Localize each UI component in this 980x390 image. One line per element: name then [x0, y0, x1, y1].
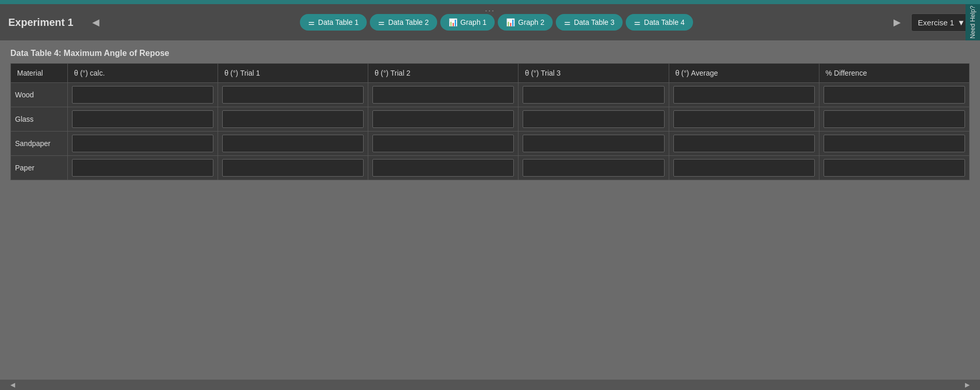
data-input[interactable] [523, 86, 664, 104]
col-header: % Difference [819, 64, 969, 83]
tab-data-table-4[interactable]: ⚌Data Table 4 [626, 14, 693, 31]
tabs-left-arrow[interactable]: ◀ [88, 15, 104, 30]
data-input[interactable] [824, 159, 965, 177]
data-input[interactable] [673, 159, 815, 177]
graph-icon: 📊 [506, 18, 515, 26]
data-cell[interactable] [518, 107, 669, 132]
col-header: θ (°) Average [669, 64, 819, 83]
data-cell[interactable] [368, 107, 518, 132]
data-cell[interactable] [68, 107, 218, 132]
data-cell[interactable] [68, 83, 218, 107]
data-cell[interactable] [218, 107, 368, 132]
data-input[interactable] [72, 159, 213, 177]
data-cell[interactable] [68, 132, 218, 156]
tab-data-table-2[interactable]: ⚌Data Table 2 [370, 14, 437, 31]
data-input[interactable] [824, 86, 965, 104]
tabs-right-arrow[interactable]: ▶ [889, 15, 905, 30]
scroll-right-arrow[interactable]: ▶ [965, 381, 970, 388]
table-icon: ⚌ [308, 18, 315, 26]
data-input[interactable] [673, 110, 815, 128]
data-cell[interactable] [368, 83, 518, 107]
data-cell[interactable] [368, 132, 518, 156]
data-input[interactable] [824, 135, 965, 152]
data-input[interactable] [372, 110, 514, 128]
data-cell[interactable] [368, 156, 518, 180]
data-input[interactable] [222, 159, 364, 177]
material-cell: Sandpaper [11, 132, 68, 156]
table-row: Paper [11, 156, 970, 180]
tab-label-data-table-1: Data Table 1 [318, 18, 358, 26]
tab-graph-2[interactable]: 📊Graph 2 [498, 14, 553, 31]
table-title: Data Table 4: Maximum Angle of Repose [10, 49, 970, 58]
material-cell: Paper [11, 156, 68, 180]
exercise-dropdown-arrow: ▼ [957, 18, 965, 27]
table-icon: ⚌ [564, 18, 571, 26]
table-icon: ⚌ [378, 18, 385, 26]
col-header: θ (°) Trial 1 [218, 64, 368, 83]
data-cell[interactable] [819, 83, 969, 107]
tab-label-data-table-3: Data Table 3 [574, 18, 614, 26]
main-content: Data Table 4: Maximum Angle of Repose Ma… [0, 40, 980, 189]
dots-indicator: ··· [485, 6, 495, 16]
data-input[interactable] [222, 86, 364, 104]
data-input[interactable] [523, 159, 664, 177]
table-body: WoodGlassSandpaperPaper [11, 83, 970, 180]
data-cell[interactable] [669, 107, 819, 132]
data-input[interactable] [523, 135, 664, 152]
col-header: Material [11, 64, 68, 83]
data-cell[interactable] [669, 132, 819, 156]
table-row: Wood [11, 83, 970, 107]
header: ··· Experiment 1 ◀ ⚌Data Table 1⚌Data Ta… [0, 4, 980, 40]
material-cell: Wood [11, 83, 68, 107]
tab-label-data-table-2: Data Table 2 [388, 18, 428, 26]
table-row: Sandpaper [11, 132, 970, 156]
data-cell[interactable] [218, 83, 368, 107]
table-header: Materialθ (°) calc.θ (°) Trial 1θ (°) Tr… [11, 64, 970, 83]
data-cell[interactable] [669, 156, 819, 180]
data-input[interactable] [72, 135, 213, 152]
data-input[interactable] [523, 110, 664, 128]
material-cell: Glass [11, 107, 68, 132]
data-input[interactable] [72, 110, 213, 128]
data-input[interactable] [372, 135, 514, 152]
data-input[interactable] [372, 86, 514, 104]
data-cell[interactable] [819, 107, 969, 132]
data-input[interactable] [222, 110, 364, 128]
table-icon: ⚌ [634, 18, 641, 26]
data-cell[interactable] [669, 83, 819, 107]
col-header: θ (°) Trial 3 [518, 64, 669, 83]
col-header: θ (°) calc. [68, 64, 218, 83]
tab-graph-1[interactable]: 📊Graph 1 [440, 14, 495, 31]
tab-data-table-1[interactable]: ⚌Data Table 1 [300, 14, 367, 31]
data-cell[interactable] [518, 156, 669, 180]
data-cell[interactable] [68, 156, 218, 180]
data-cell[interactable] [518, 83, 669, 107]
graph-icon: 📊 [449, 18, 457, 26]
data-input[interactable] [372, 159, 514, 177]
top-bar [0, 0, 980, 4]
data-input[interactable] [72, 86, 213, 104]
exercise-label: Exercise 1 [918, 18, 954, 27]
data-input[interactable] [673, 135, 815, 152]
data-cell[interactable] [218, 156, 368, 180]
tabs-container: ⚌Data Table 1⚌Data Table 2📊Graph 1📊Graph… [110, 14, 884, 31]
data-input[interactable] [673, 86, 815, 104]
need-help-button[interactable]: Need Help? [965, 4, 980, 40]
data-cell[interactable] [819, 132, 969, 156]
data-cell[interactable] [218, 132, 368, 156]
data-cell[interactable] [819, 156, 969, 180]
tab-data-table-3[interactable]: ⚌Data Table 3 [556, 14, 623, 31]
scroll-left-arrow[interactable]: ◀ [10, 381, 15, 388]
need-help-label: Need Help? [969, 6, 976, 38]
data-cell[interactable] [518, 132, 669, 156]
exercise-dropdown[interactable]: Exercise 1 ▼ [911, 13, 972, 32]
tab-label-data-table-4: Data Table 4 [644, 18, 684, 26]
tab-label-graph-2: Graph 2 [518, 18, 544, 26]
col-header: θ (°) Trial 2 [368, 64, 518, 83]
header-row: Materialθ (°) calc.θ (°) Trial 1θ (°) Tr… [11, 64, 970, 83]
bottom-scroll: ◀ ▶ [0, 380, 980, 390]
table-row: Glass [11, 107, 970, 132]
data-input[interactable] [222, 135, 364, 152]
experiment-title: Experiment 1 [8, 17, 74, 28]
data-input[interactable] [824, 110, 965, 128]
